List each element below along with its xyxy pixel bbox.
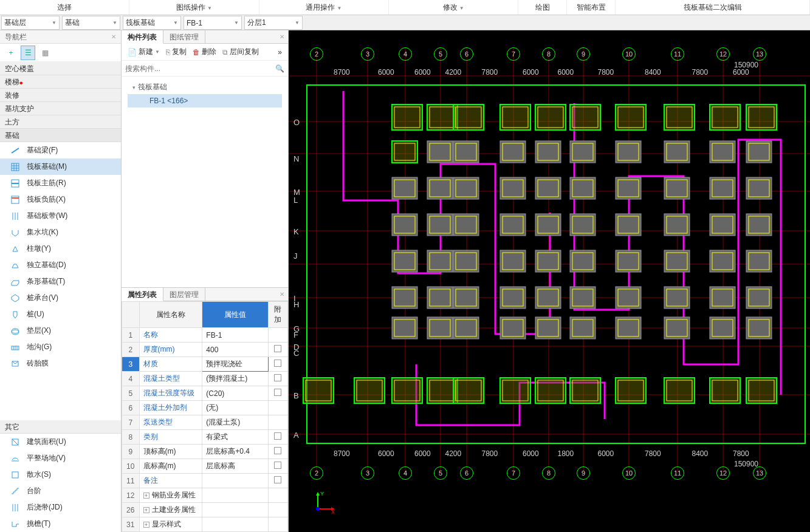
svg-rect-68 [746,104,777,130]
pilecap-icon [10,293,21,304]
grid-axis-circle: 6 [460,47,473,61]
prop-row[interactable]: 31 +显示样式 [122,517,288,532]
nav-cat-other[interactable]: 其它 [0,420,121,434]
nav-item-sump[interactable]: 集水坑(K) [0,224,121,240]
tree-root-raft[interactable]: ▾筏板基础 [125,80,284,94]
prop-row[interactable]: 9 顶标高(m) 层底标高+0.4 [122,445,288,459]
prop-row[interactable]: 7 泵送类型 (混凝土泵) [122,415,288,430]
nav-item-level-ground[interactable]: 平整场地(V) [0,450,121,466]
chevron-down-icon: ▼ [234,20,239,26]
nav-cat-foundation[interactable]: 基础 [0,129,121,142]
nav-item-raft-neg-rebar[interactable]: 筏板负筋(X) [0,191,121,208]
close-icon[interactable]: ✕ [276,288,288,301]
filter-category[interactable]: 基础▼ [62,16,120,30]
grid-axis-circle: 7 [507,47,520,61]
prop-row[interactable]: 5 混凝土强度等级 (C20) [122,386,288,401]
total-dim-bot: 150900 [734,460,758,468]
prop-row[interactable]: 10 底标高(m) 层底标高 [122,459,288,474]
menu-common-ops[interactable]: 通用操作▼ [259,0,389,15]
dimension-text: 7800 [482,68,498,77]
prop-row[interactable]: 2 厚度(mm) 400 [122,343,288,357]
nav-item-pile-cap[interactable]: 桩承台(V) [0,290,121,306]
svg-rect-184 [664,317,690,339]
prop-row[interactable]: 6 混凝土外加剂 (无) [122,401,288,415]
nav-item-foundation-strip[interactable]: 基础板带(W) [0,208,121,224]
grid-axis-circle: 5 [434,466,447,480]
layer-copy-button[interactable]: ⧉层间复制 [220,46,261,58]
nav-cat-stair[interactable]: 楼梯• [0,75,121,89]
chevron-down-icon: ▼ [112,20,117,26]
filter-layer[interactable]: 分层1▼ [244,16,303,30]
beam-icon [10,145,21,156]
svg-rect-78 [535,141,561,163]
menu-modify[interactable]: 修改▼ [389,0,518,15]
nav-item-apron[interactable]: 散水(S) [0,466,121,483]
grid-axis-circle: 6 [460,466,473,480]
nav-item-building-area[interactable]: 建筑面积(U) [0,434,121,450]
grid-axis-circle: 4 [399,47,412,61]
nav-tool-list[interactable]: ☰ [21,46,35,60]
prop-row[interactable]: 3 材质 预拌现浇砼 [122,357,288,372]
tab-layer-manage[interactable]: 图层管理 [163,288,205,301]
nav-item-raft-foundation[interactable]: 筏板基础(M) [0,159,121,175]
grid-axis-label: C [293,349,299,358]
nav-item-pile[interactable]: 桩(U) [0,306,121,322]
filter-type[interactable]: 筏板基础▼ [123,16,181,30]
filter-component[interactable]: FB-1▼ [184,16,242,30]
delete-icon: 🗑 [193,48,200,56]
nav-cat-decor[interactable]: 装修 [0,89,121,102]
new-button[interactable]: 📄新建▼ [125,46,162,58]
chevron-down-icon: ▼ [52,20,57,26]
dimension-text: 8700 [334,68,350,77]
dimension-text: 6000 [414,449,431,458]
prop-row[interactable]: 1 名称 FB-1 [122,328,288,343]
svg-rect-212 [746,378,777,403]
canvas-svg [289,30,810,532]
close-icon[interactable]: ✕ [111,30,116,43]
drawing-canvas[interactable]: 2345678910111213 2345678910111213 ONMLKJ… [289,30,810,532]
nav-item-eave[interactable]: 挑檐(T) [0,516,121,532]
nav-item-step[interactable]: 台阶 [0,483,121,499]
svg-rect-82 [616,141,641,163]
prop-row[interactable]: 26 +土建业务属性 [122,503,288,517]
nav-item-cushion[interactable]: 垫层(X) [0,322,121,339]
apron-icon [10,469,21,480]
tab-drawing-manage[interactable]: 图纸管理 [163,30,205,43]
nav-item-post-cast[interactable]: 后浇带(JD) [0,499,121,516]
nav-item-trench[interactable]: 地沟(G) [0,339,121,355]
prop-row[interactable]: 12 +钢筋业务属性 [122,488,288,503]
more-button[interactable]: » [275,47,284,58]
nav-item-foundation-beam[interactable]: 基础梁(F) [0,142,121,159]
tab-component-list[interactable]: 构件列表 [122,30,163,44]
prop-row[interactable]: 4 混凝土类型 (预拌混凝土) [122,372,288,386]
nav-item-brick-mold[interactable]: 砖胎膜 [0,355,121,372]
menu-select[interactable]: 选择 [0,0,129,15]
filter-floor[interactable]: 基础层▼ [1,16,60,30]
prop-row[interactable]: 8 类别 有梁式 [122,430,288,445]
nav-tool-grid[interactable]: ▦ [38,46,52,60]
close-icon[interactable]: ✕ [276,30,288,43]
search-icon[interactable]: 🔍 [275,64,284,73]
svg-rect-190 [303,378,334,403]
nav-cat-earth[interactable]: 土方 [0,115,121,129]
nav-tool-add[interactable]: + [4,46,18,60]
copy-button[interactable]: ⎘复制 [163,46,189,58]
svg-rect-100 [570,177,595,199]
menu-raft-edit[interactable]: 筏板基础二次编辑 [616,0,810,15]
svg-rect-200 [500,378,530,403]
nav-cat-hollow[interactable]: 空心楼盖 [0,62,121,75]
delete-button[interactable]: 🗑删除 [190,46,219,58]
nav-item-raft-main-rebar[interactable]: 筏板主筋(R) [0,175,121,191]
nav-item-column-pier[interactable]: 柱墩(Y) [0,240,121,257]
nav-item-strip-foundation[interactable]: 条形基础(T) [0,273,121,290]
prop-row[interactable]: 11 备注 [122,474,288,488]
tree-item-fb1[interactable]: FB-1 <166> [128,94,282,107]
menu-smart-layout[interactable]: 智能布置 [567,0,616,15]
grid-axis-circle: 8 [542,466,555,480]
properties-table: 属性名称 属性值 附加 1 名称 FB-1 2 厚度(mm) 400 3 材质 … [122,301,288,532]
menu-drawing-ops[interactable]: 图纸操作▼ [129,0,259,15]
menu-draw[interactable]: 绘图 [518,0,567,15]
nav-cat-pit[interactable]: 基坑支护 [0,102,121,115]
tab-properties[interactable]: 属性列表 [122,288,163,301]
nav-item-isolated-foundation[interactable]: 独立基础(D) [0,257,121,273]
